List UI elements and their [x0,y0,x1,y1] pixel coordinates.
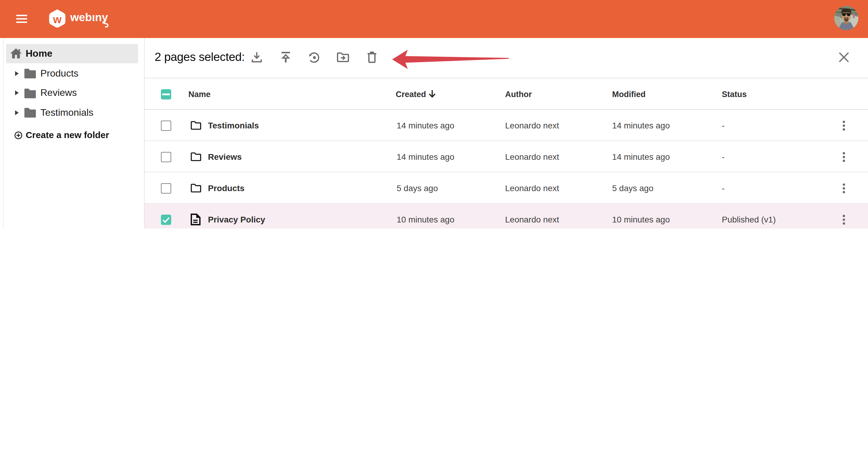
svg-text:w: w [53,13,61,26]
